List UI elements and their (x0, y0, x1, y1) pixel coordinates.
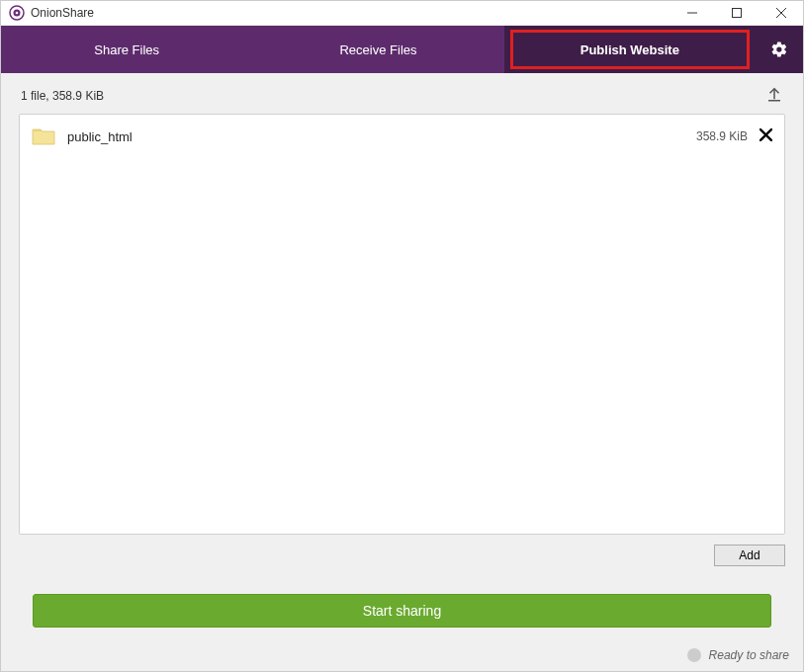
window-minimize-button[interactable] (670, 1, 714, 26)
tab-label: Publish Website (581, 42, 679, 57)
status-text: Ready to share (709, 648, 789, 662)
window-close-button[interactable] (759, 1, 803, 26)
content-area: 1 file, 358.9 KiB public_html 358.9 KiB (1, 73, 803, 639)
tab-publish-website[interactable]: Publish Website (504, 26, 756, 73)
remove-file-button[interactable] (759, 128, 772, 144)
gear-icon (770, 41, 788, 58)
tab-share-files[interactable]: Share Files (1, 26, 252, 73)
tab-label: Receive Files (339, 42, 416, 57)
svg-point-2 (16, 12, 19, 15)
status-bar: Ready to share (1, 639, 803, 671)
upload-icon[interactable] (765, 85, 783, 106)
app-icon (9, 5, 25, 21)
tab-receive-files[interactable]: Receive Files (252, 26, 503, 73)
start-sharing-button[interactable]: Start sharing (33, 594, 771, 628)
file-list[interactable]: public_html 358.9 KiB (19, 114, 785, 535)
window-title: OnionShare (31, 6, 94, 20)
main-tabs: Share Files Receive Files Publish Websit… (1, 26, 803, 73)
settings-button[interactable] (756, 26, 803, 73)
file-summary-text: 1 file, 358.9 KiB (21, 89, 104, 103)
file-summary-row: 1 file, 358.9 KiB (19, 85, 785, 106)
start-button-row: Start sharing (19, 594, 785, 628)
window-titlebar: OnionShare (1, 1, 803, 26)
status-indicator-dot (687, 648, 701, 662)
window-maximize-button[interactable] (714, 1, 759, 26)
add-button[interactable]: Add (714, 545, 785, 566)
add-button-row: Add (19, 545, 785, 566)
file-row[interactable]: public_html 358.9 KiB (20, 121, 784, 152)
folder-icon (32, 126, 55, 146)
file-name: public_html (67, 129, 133, 144)
svg-rect-4 (732, 9, 741, 18)
tab-label: Share Files (94, 42, 159, 57)
file-size: 358.9 KiB (696, 129, 748, 143)
